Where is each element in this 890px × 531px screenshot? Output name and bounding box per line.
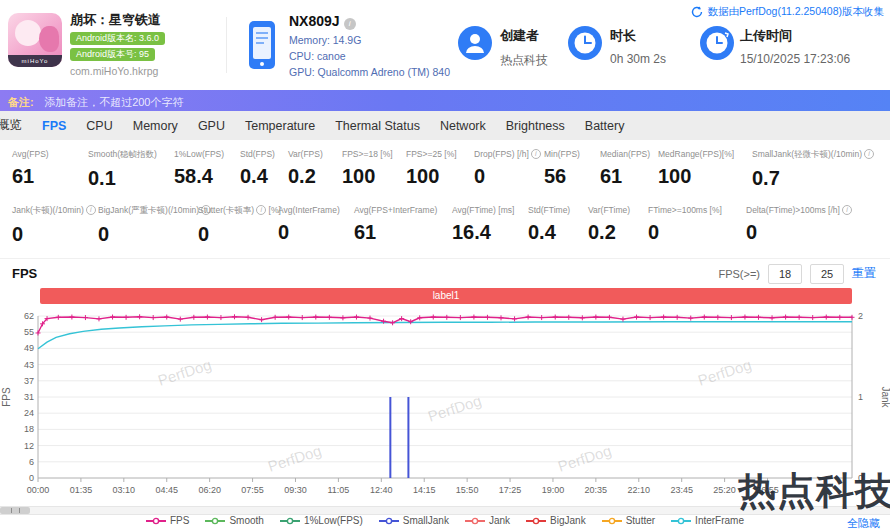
svg-text:25:20: 25:20 (713, 485, 736, 495)
legend-item-InterFrame[interactable]: InterFrame (671, 515, 744, 526)
svg-text:15:50: 15:50 (456, 485, 479, 495)
legend-item-1%Low(FPS)[interactable]: 1%Low(FPS) (280, 515, 363, 526)
metric: Smooth(稳帧指数)0.1 (88, 149, 174, 190)
duration-clock-icon (568, 26, 602, 60)
avatar-decor (39, 26, 59, 52)
svg-text:49: 49 (24, 343, 34, 353)
metric: Avg(FPS)61 (12, 149, 88, 190)
package-name: com.miHoYo.hkrpg (70, 65, 165, 77)
metric: 1%Low(FPS)58.4 (174, 149, 240, 190)
duration-value: 0h 30m 2s (610, 52, 666, 66)
upload-time-icon (700, 26, 734, 60)
tab-GPU[interactable]: GPU (188, 119, 235, 133)
game-avatar[interactable]: miHoYo (8, 13, 62, 67)
device-gpu: GPU: Qualcomm Adreno (TM) 840 (289, 66, 450, 78)
creator-value: 热点科技 (500, 52, 548, 69)
legend-marker (146, 517, 166, 525)
creator-block: 创建者 热点科技 (500, 27, 548, 69)
legend-marker (465, 517, 485, 525)
legend-item-Smooth[interactable]: Smooth (205, 515, 263, 526)
tab-bar: 概览FPSCPUMemoryGPUTemperatureThermal Stat… (0, 111, 890, 140)
device-cpu: CPU: canoe (289, 50, 450, 62)
reset-link[interactable]: 重置 (852, 265, 876, 282)
collector-note: 数据由PerfDog(11.2.250408)版本收集 (691, 5, 884, 19)
tab-FPS[interactable]: FPS (32, 119, 76, 133)
metric: Var(FPS)0.2 (288, 149, 342, 190)
svg-text:23:45: 23:45 (670, 485, 693, 495)
legend-item-Stutter[interactable]: Stutter (602, 515, 655, 526)
info-icon[interactable]: i (344, 18, 356, 30)
legend-label: BigJank (550, 515, 586, 526)
upload-block: 上传时间 15/10/2025 17:23:06 (740, 27, 850, 66)
phone-icon (247, 20, 277, 70)
info-icon[interactable]: i (531, 149, 541, 159)
tab-概览[interactable]: 概览 (0, 117, 32, 134)
info-icon[interactable]: i (842, 205, 852, 215)
metric: SmallJank(轻微卡顿)(/10min)i0.7 (752, 149, 884, 190)
info-icon[interactable]: i (864, 149, 874, 159)
fps-filter-controls: FPS(>=) 重置 (718, 264, 876, 284)
legend-label: Stutter (626, 515, 655, 526)
svg-text:43: 43 (24, 360, 34, 370)
metric: Stutter(卡顿率)i [%]0 (198, 205, 278, 246)
tab-Brightness[interactable]: Brightness (496, 119, 575, 133)
upload-value: 15/10/2025 17:23:06 (740, 52, 850, 66)
fps-threshold-input-2[interactable] (810, 264, 844, 284)
legend-item-BigJank[interactable]: BigJank (526, 515, 586, 526)
legend-label: Smooth (229, 515, 263, 526)
metrics-panel: Avg(FPS)61Smooth(稳帧指数)0.11%Low(FPS)58.4S… (0, 140, 890, 258)
tab-CPU[interactable]: CPU (76, 119, 122, 133)
legend-marker (379, 517, 399, 525)
legend-item-Jank[interactable]: Jank (465, 515, 510, 526)
device-model: NX809J (289, 13, 340, 29)
fps-filter-label: FPS(>=) (718, 268, 760, 280)
avatar-caption: miHoYo (8, 55, 62, 67)
hide-all-link[interactable]: 全隐藏 (847, 516, 880, 531)
info-icon[interactable]: i (86, 205, 96, 215)
svg-text:20:35: 20:35 (585, 485, 608, 495)
svg-text:6: 6 (29, 457, 34, 467)
svg-text:26:55: 26:55 (756, 485, 779, 495)
svg-text:PerfDog: PerfDog (696, 356, 754, 389)
svg-text:01:35: 01:35 (70, 485, 93, 495)
duration-label: 时长 (610, 27, 666, 45)
device-model-row: NX809Ji (289, 12, 450, 30)
tab-Battery[interactable]: Battery (575, 119, 635, 133)
metric: FTime>=100ms [%]0 (648, 205, 746, 246)
svg-text:11:05: 11:05 (327, 485, 349, 495)
fps-threshold-input-1[interactable] (768, 264, 802, 284)
metric: Drop(FPS) [/h]i0 (474, 149, 544, 190)
tab-Temperature[interactable]: Temperature (235, 119, 325, 133)
svg-text:PerfDog: PerfDog (156, 356, 214, 389)
duration-block: 时长 0h 30m 2s (610, 27, 666, 66)
legend-label: InterFrame (695, 515, 744, 526)
legend-label: 1%Low(FPS) (304, 515, 363, 526)
fps-section-header: FPS FPS(>=) 重置 (0, 258, 890, 288)
chart-scrollbar[interactable] (0, 506, 890, 515)
tab-Thermal Status[interactable]: Thermal Status (325, 119, 430, 133)
metric: Median(FPS)61 (600, 149, 658, 190)
svg-text:37: 37 (24, 376, 34, 386)
legend-item-SmallJank[interactable]: SmallJank (379, 515, 449, 526)
note-input[interactable]: 添加备注，不超过200个字符 (44, 96, 183, 108)
tab-Network[interactable]: Network (430, 119, 496, 133)
tab-Memory[interactable]: Memory (123, 119, 188, 133)
metric: Std(FPS)0.4 (240, 149, 288, 190)
legend-item-FPS[interactable]: FPS (146, 515, 189, 526)
metric: Delta(FTime)>100ms [/h]i0 (746, 205, 876, 246)
legend-marker (602, 517, 622, 525)
svg-text:00:00: 00:00 (27, 485, 50, 495)
creator-icon (458, 26, 492, 60)
scrollbar-thumb[interactable] (0, 507, 30, 514)
section-title: FPS (12, 266, 37, 281)
note-label: 备注: (8, 96, 34, 108)
version-name-badge: Android版本名: 3.6.0 (70, 32, 165, 45)
refresh-icon (691, 6, 703, 18)
svg-text:04:45: 04:45 (155, 485, 178, 495)
fps-chart[interactable]: 0612182431374349556201200:0001:3503:1004… (0, 304, 890, 506)
legend-marker (526, 517, 546, 525)
svg-text:06:20: 06:20 (198, 485, 221, 495)
version-code-badge: Android版本号: 95 (70, 48, 155, 61)
info-icon[interactable]: i (256, 205, 266, 215)
game-title: 崩坏：星穹铁道 (70, 11, 165, 29)
